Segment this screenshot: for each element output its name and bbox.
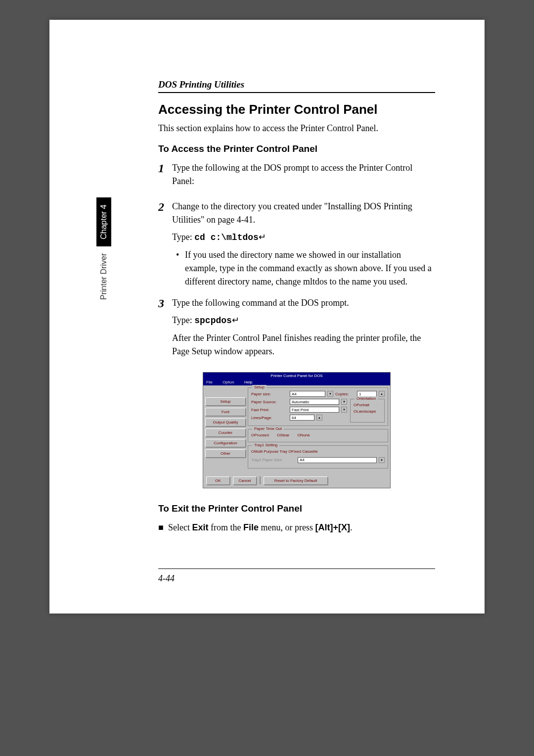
- paper-source-label: Paper Source:: [251, 400, 288, 404]
- orientation-fieldset: Orientation OPortrait OLandscape: [350, 399, 385, 423]
- timeout-none-radio[interactable]: ONone: [297, 432, 310, 439]
- section-heading-access: To Access the Printer Control Panel: [158, 143, 435, 154]
- dos-footer: OK Cancel Reset to Factory Default: [203, 473, 390, 488]
- content-column: DOS Printing Utilities Accessing the Pri…: [158, 79, 435, 534]
- page-number: 4-44: [158, 573, 175, 584]
- lines-page-input[interactable]: 64: [290, 415, 314, 421]
- tray-paper-select[interactable]: A4: [298, 457, 377, 463]
- step-number: 1: [158, 161, 172, 192]
- step-type-line: Type: cd c:\mltdos↵: [172, 231, 435, 244]
- step-number: 2: [158, 200, 172, 288]
- chevron-down-icon[interactable]: ▼: [341, 399, 347, 405]
- return-icon: ↵: [259, 232, 266, 242]
- sidebar-counter-button[interactable]: Counter: [205, 428, 246, 437]
- page-title: Accessing the Printer Control Panel: [158, 102, 435, 117]
- sidebar-output-quality-button[interactable]: Output Quality: [205, 418, 246, 426]
- menu-option[interactable]: Option: [222, 380, 234, 384]
- orientation-landscape-radio[interactable]: OLandscape: [354, 409, 381, 415]
- chevron-down-icon[interactable]: ▼: [379, 457, 385, 463]
- return-icon: ↵: [232, 315, 239, 325]
- intro-text: This section explains how to access the …: [158, 123, 435, 134]
- step-text: Change to the directory you created unde…: [172, 200, 435, 227]
- bullet-text: If you used the directory name we showed…: [185, 248, 435, 288]
- spinner-icon[interactable]: ▲: [316, 415, 322, 421]
- tray-fieldset: Tray1 Setting OMulti Purpose Tray OFixed…: [248, 445, 388, 469]
- dos-control-panel: Printer Control Panel for DOS File Optio…: [203, 372, 391, 488]
- sidebar-font-button[interactable]: Font: [205, 408, 246, 416]
- fieldset-label: Orientation: [355, 396, 378, 401]
- section-heading-exit: To Exit the Printer Control Panel: [158, 503, 435, 514]
- dos-body: Setup Font Output Quality Counter Config…: [203, 385, 390, 473]
- square-bullet-icon: ■: [158, 521, 168, 534]
- keys-label: [Alt]+[X]: [315, 522, 350, 532]
- exit-instruction: ■ Select Exit from the File menu, or pre…: [158, 521, 435, 534]
- footer-divider: [158, 568, 435, 569]
- fieldset-label: Paper Time Out: [252, 426, 284, 431]
- side-tab-chapter: Chapter 4: [96, 198, 111, 246]
- paper-size-select[interactable]: A4: [290, 391, 325, 397]
- ok-button[interactable]: OK: [206, 476, 230, 485]
- menu-file[interactable]: File: [206, 380, 213, 384]
- sidebar-configuration-button[interactable]: Configuration: [205, 439, 246, 447]
- fast-print-label: Fast Print:: [251, 408, 288, 412]
- side-tab: Printer Driver Chapter 4: [96, 198, 111, 307]
- dos-main-panel: Setup Paper size: A4 ▼ Copies: 1 ▲: [248, 387, 388, 472]
- document-page: Printer Driver Chapter 4 DOS Printing Ut…: [49, 20, 485, 614]
- step-1: 1 Type the following at the DOS prompt t…: [158, 161, 435, 192]
- tray-paper-label: Tray1 Paper Size:: [251, 458, 296, 462]
- timeout-fieldset: Paper Time Out OProceed OStear ONone: [248, 429, 388, 442]
- page-header: DOS Printing Utilities: [158, 79, 435, 90]
- bullet-note: • If you used the directory name we show…: [176, 248, 435, 288]
- exit-label: Exit: [192, 522, 208, 532]
- setup-fieldset: Setup Paper size: A4 ▼ Copies: 1 ▲: [248, 387, 388, 426]
- dos-titlebar: Printer Control Panel for DOS: [203, 373, 390, 379]
- copies-label: Copies:: [335, 392, 355, 396]
- paper-size-label: Paper size:: [251, 392, 288, 396]
- command-text: cd c:\mltdos: [194, 233, 259, 242]
- timeout-stear-radio[interactable]: OStear: [277, 432, 289, 439]
- step-number: 3: [158, 296, 172, 362]
- step-type-line: Type: spcpdos↵: [172, 314, 435, 328]
- fast-print-select[interactable]: Fast Print: [290, 407, 339, 413]
- command-text: spcpdos: [194, 316, 232, 326]
- menu-help[interactable]: Help: [244, 380, 252, 384]
- reset-button[interactable]: Reset to Factory Default: [264, 476, 328, 485]
- exit-section: To Exit the Printer Control Panel ■ Sele…: [158, 503, 435, 534]
- step-2: 2 Change to the directory you created un…: [158, 200, 435, 288]
- file-label: File: [243, 522, 259, 532]
- paper-source-select[interactable]: Automatic: [290, 399, 339, 405]
- dos-sidebar: Setup Font Output Quality Counter Config…: [205, 387, 246, 472]
- screenshot-container: Printer Control Panel for DOS File Optio…: [158, 372, 435, 488]
- step-after-text: After the Printer Control Panel finishes…: [172, 331, 435, 358]
- header-divider: [158, 92, 435, 93]
- bullet-icon: •: [176, 248, 185, 288]
- lines-page-label: Lines/Page:: [251, 416, 288, 420]
- separator: [260, 476, 261, 484]
- fieldset-label: Tray1 Setting: [252, 443, 279, 447]
- spinner-icon[interactable]: ▲: [379, 391, 385, 397]
- sidebar-other-button[interactable]: Other: [205, 449, 246, 458]
- sidebar-setup-button[interactable]: Setup: [205, 397, 246, 406]
- chevron-down-icon[interactable]: ▼: [341, 407, 347, 413]
- step-text: Type the following at the DOS prompt to …: [172, 161, 435, 188]
- side-tab-section: Printer Driver: [96, 246, 111, 307]
- cancel-button[interactable]: Cancel: [233, 476, 257, 485]
- timeout-proceed-radio[interactable]: OProceed: [251, 432, 269, 439]
- fieldset-label: Setup: [252, 385, 267, 389]
- orientation-portrait-radio[interactable]: OPortrait: [354, 402, 381, 409]
- chevron-down-icon[interactable]: ▼: [327, 391, 333, 397]
- tray-type-radio[interactable]: OMulti Purpose Tray OFixed Cassette: [251, 449, 385, 455]
- step-3: 3 Type the following command at the DOS …: [158, 296, 435, 362]
- dos-menubar: File Option Help: [203, 379, 390, 385]
- step-text: Type the following command at the DOS pr…: [172, 296, 435, 310]
